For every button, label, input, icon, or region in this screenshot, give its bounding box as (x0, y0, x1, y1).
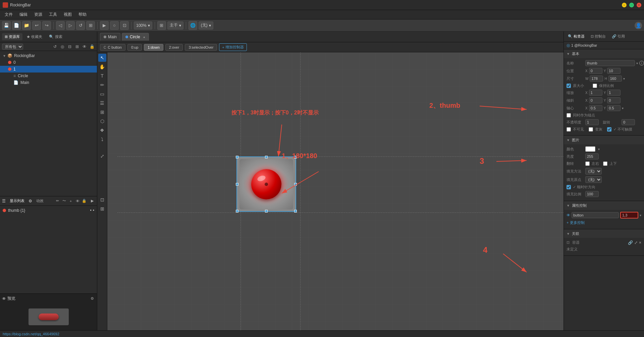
editor-tab-circle[interactable]: Circle ● (122, 33, 149, 41)
image-section-header[interactable]: ▼ 图片 (564, 136, 644, 144)
tool-table[interactable]: ⊞ (98, 108, 106, 116)
anchor-checkbox[interactable] (567, 113, 571, 117)
skew-y-input[interactable] (607, 97, 621, 103)
menu-view[interactable]: 视图 (60, 10, 75, 19)
play-icon[interactable]: ▶ (90, 198, 95, 204)
tab-favorites[interactable]: ★ 收藏夹 (24, 33, 45, 40)
lock2-icon[interactable]: 🔒 (82, 198, 87, 204)
filter-select[interactable]: 所有包 (2, 44, 23, 50)
color-dropdown[interactable]: ▾ (598, 147, 600, 151)
handle-tm[interactable] (265, 156, 268, 158)
close-button[interactable]: × (637, 3, 641, 7)
tb-refresh[interactable]: ↺ (76, 21, 85, 30)
visibility-icon[interactable]: 👁 (75, 198, 80, 204)
tab-close-icon[interactable]: ● (143, 35, 145, 39)
tb-lang-dropdown[interactable]: (无) ▾ (199, 21, 213, 30)
tree-item-circle[interactable]: ≡ Circle (0, 73, 97, 79)
tool-extra1[interactable]: ⊡ (98, 196, 106, 204)
maximize-button[interactable]: □ (629, 3, 634, 7)
menu-file[interactable]: 文件 (1, 10, 16, 19)
tb-undo[interactable]: ↩ (32, 21, 41, 30)
tb-zoom-dropdown[interactable]: 100% ▾ (134, 21, 152, 30)
preview-settings-icon[interactable]: ⚙ (90, 296, 95, 301)
tb-open[interactable]: 📁 (22, 21, 31, 30)
menu-help[interactable]: 帮助 (75, 10, 90, 19)
target-icon[interactable]: ◎ (59, 44, 65, 50)
tb-globe[interactable]: 🌐 (189, 21, 197, 30)
tool-list[interactable]: ☰ (98, 99, 106, 107)
circle-element[interactable] (236, 156, 296, 212)
handle-br[interactable] (294, 210, 297, 212)
handle-bm[interactable] (265, 210, 268, 212)
handle-bl[interactable] (236, 210, 238, 212)
tb-align[interactable]: ⊞ (157, 21, 166, 30)
console-tab[interactable]: ⊡ 控制台 (589, 33, 608, 40)
handle-tr[interactable] (294, 156, 297, 158)
size-expand[interactable]: ▾ (623, 77, 625, 81)
tab-display-list[interactable]: 显示列表 (8, 198, 26, 204)
tree-item-rockingbar[interactable]: ▼ 📦 RockingBar (0, 52, 97, 59)
flip-tb-checkbox[interactable] (603, 161, 607, 166)
attr-name-input[interactable] (572, 212, 619, 218)
tool-shape[interactable]: ⬡ (98, 117, 106, 125)
attr-dropdown[interactable]: ▾ (640, 213, 641, 217)
container-expand-icon[interactable]: ⤢ (634, 240, 638, 245)
tb-layer[interactable]: ⊡ (120, 21, 129, 30)
name-input[interactable] (585, 60, 635, 66)
wave-icon[interactable]: 〜 (61, 198, 67, 204)
tb-arrow-left[interactable]: ◁ (56, 21, 65, 30)
tb-grid[interactable]: ⊞ (86, 21, 95, 30)
notouch-checkbox[interactable] (607, 127, 611, 132)
handle-mr[interactable] (294, 183, 297, 186)
lock-icon[interactable]: 🔒 (89, 44, 95, 50)
container-link-icon[interactable]: 🔗 (628, 240, 633, 245)
pivot-x-input[interactable] (589, 105, 602, 111)
skew-x-input[interactable] (589, 97, 602, 103)
tool-select[interactable]: ↖ (98, 54, 106, 62)
color-swatch[interactable] (585, 146, 595, 152)
tb-arrow-right[interactable]: ▷ (66, 21, 75, 30)
tool-resize[interactable]: ⤢ (98, 152, 106, 160)
fill-origin-select[interactable]: (无) (585, 176, 602, 183)
clockwise-checkbox[interactable] (567, 185, 571, 189)
pos-y-input[interactable] (607, 68, 621, 74)
grid-icon[interactable]: ⊞ (74, 44, 80, 50)
fill-method-select[interactable]: (无) (585, 168, 602, 175)
layer-thumb[interactable]: thumb {1} • • (0, 207, 97, 214)
opacity-input[interactable] (585, 119, 599, 125)
rotation-input[interactable] (622, 119, 635, 125)
scale-y-input[interactable] (607, 90, 621, 96)
refresh-icon[interactable]: ↺ (52, 44, 58, 50)
add-icon[interactable]: + (68, 198, 73, 204)
menu-tool[interactable]: 工具 (46, 10, 60, 19)
editor-tab-main[interactable]: Main (100, 33, 120, 41)
state-tab-3selected[interactable]: 3:selectedOver (185, 44, 217, 51)
split-icon[interactable]: ⊟ (67, 44, 73, 50)
basic-section-header[interactable]: ▼ 基本 (564, 49, 644, 58)
state-tab-0up[interactable]: 0:up (127, 44, 142, 51)
menu-asset[interactable]: 资源 (31, 10, 46, 19)
tree-item-1[interactable]: 1 (0, 66, 97, 73)
size-w-input[interactable] (590, 76, 603, 82)
tb-new[interactable]: 📄 (12, 21, 21, 30)
size-h-input[interactable] (608, 76, 622, 82)
flip-lr-checkbox[interactable] (585, 161, 590, 166)
state-tab-2over[interactable]: 2:over (165, 44, 183, 51)
handle-tl[interactable] (236, 156, 238, 158)
reference-tab[interactable]: 🔗 引用 (610, 33, 627, 40)
pivot-y-input[interactable] (607, 105, 621, 111)
tb-main-dropdown[interactable]: 主干 ▾ (167, 21, 183, 30)
gray-checkbox[interactable] (589, 127, 593, 132)
tab-asset-library[interactable]: ⊞ 资源库 (2, 33, 22, 40)
tool-import[interactable]: ⤵ (98, 135, 106, 143)
menu-edit[interactable]: 编辑 (16, 10, 31, 19)
tool-extra2[interactable]: ⊞ (98, 205, 106, 213)
tool-pen[interactable]: ✏ (98, 81, 106, 89)
tb-redo[interactable]: ↪ (42, 21, 51, 30)
add-controller-button[interactable]: + 增加控制器 (219, 43, 247, 51)
scale-x-input[interactable] (589, 90, 602, 96)
minimize-button[interactable]: − (622, 3, 627, 7)
brightness-input[interactable] (585, 153, 599, 159)
container-close-icon[interactable]: × (639, 240, 641, 245)
orig-size-checkbox[interactable] (567, 84, 571, 88)
